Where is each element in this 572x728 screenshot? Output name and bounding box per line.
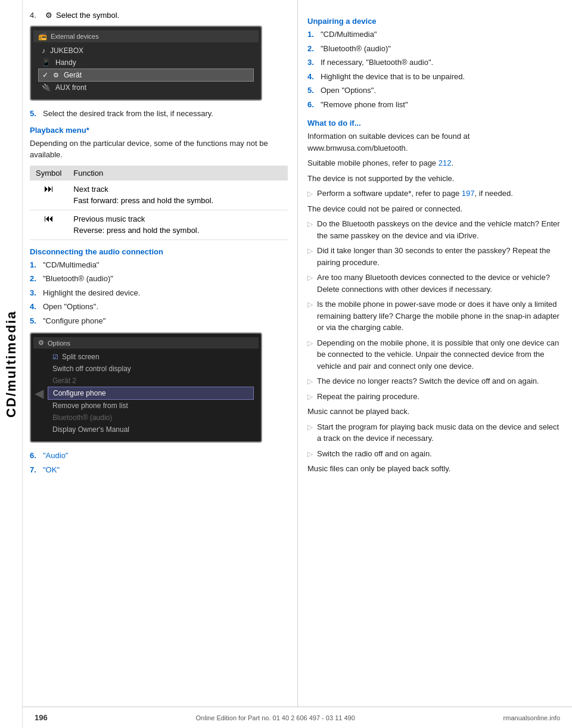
options-title-bar: ⚙ Options xyxy=(33,337,259,349)
bullet-repeat-pairing: ▷ Repeat the pairing procedure. xyxy=(307,391,562,403)
screen-options: ⚙ Options ◀ ☑ Split screen Switch off co… xyxy=(30,332,262,443)
symbol-table: Symbol Function ⏭ Next track Fast forwar… xyxy=(30,166,288,240)
unpair-step-4: 4. Highlight the device that is to be un… xyxy=(307,71,562,83)
option-gerat2: Gerät 2 xyxy=(48,375,254,387)
para-suitable: Suitable mobile phones, refer to page 21… xyxy=(307,157,562,169)
left-column: 4. ⚙ Select the symbol. 📻 External devic… xyxy=(24,0,298,715)
func-prev: Previous music track Reverse: press and … xyxy=(67,210,288,239)
arrow-icon-10: ▷ xyxy=(307,449,317,460)
unpair-step-5: 5. Open "Options". xyxy=(307,85,562,97)
col-function: Function xyxy=(67,166,288,181)
func-next: Next track Fast forward: press and hold … xyxy=(67,181,288,210)
para-info: Information on suitable devices can be f… xyxy=(307,130,562,154)
screen-title-bar-1: 📻 External devices xyxy=(33,30,259,42)
unpair-step-1: 1. "CD/Multimedia" xyxy=(307,29,562,41)
bullet-software-update: ▷ Perform a software update*, refer to p… xyxy=(307,188,562,200)
option-configure-phone[interactable]: Configure phone xyxy=(48,387,254,400)
check-icon: ☑ xyxy=(52,353,58,361)
disconnect-step-1: 1. "CD/Multimedia" xyxy=(30,259,288,271)
disconnect-step-3: 3. Highlight the desired device. xyxy=(30,287,288,299)
step-7: 7. "OK" xyxy=(30,464,288,476)
para-not-supported: The device is not supported by the vehic… xyxy=(307,173,562,185)
arrow-icon-6: ▷ xyxy=(307,338,317,372)
unpair-step-3: 3. If necessary, "Bluetooth® audio". xyxy=(307,57,562,69)
sidebar-label: CD/multimedia xyxy=(0,0,23,728)
screen-item-aux: 🔌 AUX front xyxy=(38,82,254,94)
step-4-text: Select the symbol. xyxy=(56,11,119,20)
what-todo-heading: What to do if... xyxy=(307,119,562,127)
arrow-icon-8: ▷ xyxy=(307,391,317,403)
screen-item-gerat[interactable]: ✓ ⚙ Gerät xyxy=(38,69,254,82)
step-4-num: 4. xyxy=(30,11,43,20)
screen-icon-1: 📻 xyxy=(38,32,47,41)
disconnect-heading: Disconnecting the audio connection xyxy=(30,247,288,256)
screen-item-jukebox: ♪ JUKEBOX xyxy=(38,45,254,57)
arrow-icon-5: ▷ xyxy=(307,299,317,334)
step-4: 4. ⚙ Select the symbol. xyxy=(30,11,288,20)
unpairing-heading: Unpairing a device xyxy=(307,17,562,26)
bullet-too-many: ▷ Are too many Bluetooth devices connect… xyxy=(307,272,562,295)
arrow-icon-7: ▷ xyxy=(307,376,317,387)
table-row-prev: ⏮ Previous music track Reverse: press an… xyxy=(30,210,288,239)
bullet-no-react: ▷ The device no longer reacts? Switch th… xyxy=(307,375,562,387)
symbol-next: ⏭ xyxy=(30,181,67,210)
screen-item-handy: 📱 Handy xyxy=(38,57,254,69)
page-number: 196 xyxy=(35,713,48,722)
playback-menu-heading: Playback menu* xyxy=(30,126,288,135)
step-5: 5. Select the desired track from the lis… xyxy=(30,108,288,120)
step-4-icon: ⚙ xyxy=(45,11,52,20)
option-bluetooth-audio: Bluetooth® (audio) xyxy=(48,412,254,424)
playback-desc: Depending on the particular device, some… xyxy=(30,138,288,161)
symbol-prev: ⏮ xyxy=(30,210,67,239)
footer-site: rmanualsonline.info xyxy=(503,714,560,721)
option-split-screen[interactable]: ☑ Split screen xyxy=(48,351,254,363)
table-row-next: ⏭ Next track Fast forward: press and hol… xyxy=(30,181,288,210)
step-6: 6. "Audio" xyxy=(30,450,288,462)
para-music-no-play: Music cannot be played back. xyxy=(307,406,562,418)
arrow-icon-4: ▷ xyxy=(307,272,317,295)
unpair-step-6: 6. "Remove phone from list" xyxy=(307,99,562,111)
arrow-icon-9: ▷ xyxy=(307,422,317,444)
right-column: Unpairing a device 1. "CD/Multimedia" 2.… xyxy=(298,0,572,715)
col-symbol: Symbol xyxy=(30,166,67,181)
link-page-212[interactable]: 212 xyxy=(439,158,452,167)
para-not-paired: The device could not be paired or connec… xyxy=(307,203,562,215)
bullet-power-save: ▷ Is the mobile phone in power-save mode… xyxy=(307,298,562,334)
link-page-197[interactable]: 197 xyxy=(462,189,475,198)
para-music-softly: Music files can only be played back soft… xyxy=(307,463,562,475)
options-list: ☑ Split screen Switch off control displa… xyxy=(33,351,259,435)
bullet-switch-radio: ▷ Switch the radio off and on again. xyxy=(307,448,562,460)
screen-external-devices: 📻 External devices ♪ JUKEBOX 📱 Handy ✓ ⚙… xyxy=(30,26,262,101)
screen-list-1: ♪ JUKEBOX 📱 Handy ✓ ⚙ Gerät 🔌 AUX front xyxy=(33,45,259,94)
unpair-step-2: 2. "Bluetooth® (audio)" xyxy=(307,43,562,55)
option-switch-off[interactable]: Switch off control display xyxy=(48,363,254,375)
disconnect-step-5: 5. "Configure phone" xyxy=(30,315,288,327)
arrow-icon-1: ▷ xyxy=(307,188,317,200)
bullet-start-program: ▷ Start the program for playing back mus… xyxy=(307,421,562,444)
bullet-passkeys: ▷ Do the Bluetooth passkeys on the devic… xyxy=(307,218,562,241)
footer-text: Online Edition for Part no. 01 40 2 606 … xyxy=(196,714,355,721)
option-remove-phone[interactable]: Remove phone from list xyxy=(48,400,254,412)
footer: 196 Online Edition for Part no. 01 40 2 … xyxy=(23,707,572,728)
arrow-icon-3: ▷ xyxy=(307,245,317,268)
disconnect-step-2: 2. "Bluetooth® (audio)" xyxy=(30,273,288,285)
arrow-icon-2: ▷ xyxy=(307,219,317,241)
disconnect-step-4: 4. Open "Options". xyxy=(30,301,288,313)
nav-arrow-left[interactable]: ◀ xyxy=(35,386,43,400)
options-icon: ⚙ xyxy=(38,339,44,347)
bullet-30seconds: ▷ Did it take longer than 30 seconds to … xyxy=(307,245,562,268)
bullet-one-device: ▷ Depending on the mobile phone, it is p… xyxy=(307,337,562,372)
option-display-manual[interactable]: Display Owner's Manual xyxy=(48,424,254,435)
